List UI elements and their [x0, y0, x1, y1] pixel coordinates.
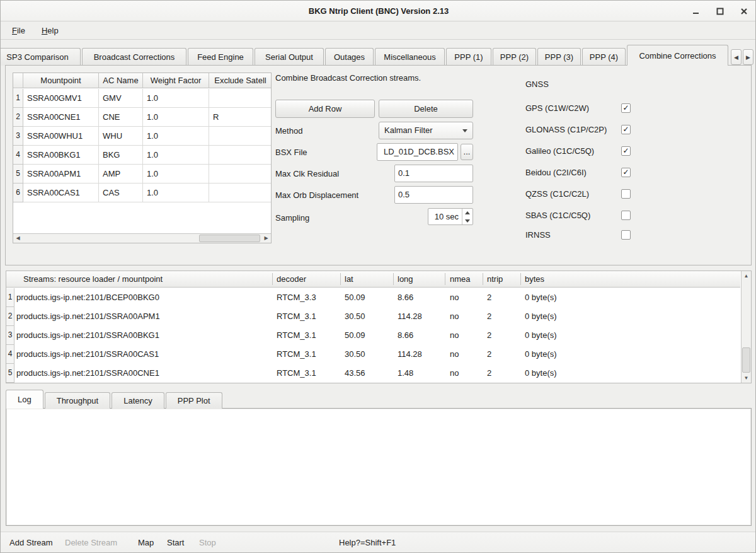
table-row[interactable]: 5SSRA00APM1AMP1.0 [13, 165, 271, 183]
col-header-lat[interactable]: lat [345, 271, 353, 287]
cell-long[interactable]: 8.66 [398, 288, 413, 306]
cell-mountpoint[interactable]: products.igs-ip.net:2101/SSRA00APM1 [16, 307, 160, 325]
cell[interactable]: CAS [99, 183, 143, 202]
cell-lat[interactable]: 43.56 [345, 364, 365, 382]
cell-decoder[interactable]: RTCM_3.1 [277, 364, 316, 382]
tab-scroll-left-icon[interactable]: ◀ [731, 49, 742, 65]
help-shortcut-button[interactable]: Help?=Shift+F1 [339, 532, 396, 553]
cell[interactable]: AMP [99, 165, 143, 183]
tab-combine-corrections[interactable]: Combine Corrections [627, 45, 728, 66]
cell-lat[interactable]: 30.50 [345, 307, 365, 325]
col-header-nmea[interactable]: nmea [450, 271, 471, 287]
cell-lat[interactable]: 50.09 [345, 326, 365, 344]
cell-nmea[interactable]: no [450, 288, 459, 306]
table-row[interactable]: 3SSRA00WHU1WHU1.0 [13, 127, 271, 146]
cell-decoder[interactable]: RTCM_3.1 [277, 326, 316, 344]
scroll-up-icon[interactable]: ▲ [742, 271, 751, 281]
col-header-decoder[interactable]: decoder [277, 271, 306, 287]
streams-vscrollbar[interactable]: ▲ ▼ [741, 271, 751, 383]
cell-bytes[interactable]: 0 byte(s) [525, 364, 557, 382]
stream-row[interactable]: 1products.igs-ip.net:2101/BCEP00BKG0RTCM… [6, 288, 740, 307]
cell[interactable]: R [209, 108, 272, 127]
cell-decoder[interactable]: RTCM_3.3 [277, 288, 316, 306]
cell-bytes[interactable]: 0 byte(s) [525, 307, 557, 325]
cell-bytes[interactable]: 0 byte(s) [525, 345, 557, 363]
tab-ppp-2-[interactable]: PPP (2) [493, 48, 536, 66]
col-header-weight-factor[interactable]: Weight Factor [143, 73, 209, 88]
stream-row[interactable]: 5products.igs-ip.net:2101/SSRA00CNE1RTCM… [6, 364, 740, 383]
cell-mountpoint[interactable]: products.igs-ip.net:2101/SSRA00CAS1 [16, 345, 159, 363]
table-row[interactable]: 1SSRA00GMV1GMV1.0 [13, 89, 271, 108]
add-row-button[interactable]: Add Row [275, 100, 375, 118]
cell[interactable]: SSRA00CAS1 [23, 183, 99, 202]
cell[interactable]: 1.0 [143, 183, 209, 202]
cell-ntrip[interactable]: 2 [487, 345, 491, 363]
cell-long[interactable]: 1.48 [398, 364, 413, 382]
tab-broadcast-corrections[interactable]: Broadcast Corrections [82, 48, 186, 66]
tab-feed-engine[interactable]: Feed Engine [188, 48, 253, 66]
cell[interactable]: SSRA00BKG1 [23, 146, 99, 165]
tab-throughput[interactable]: Throughput [45, 392, 111, 409]
cell[interactable]: BKG [99, 146, 143, 165]
cell-nmea[interactable]: no [450, 307, 459, 325]
cell[interactable] [209, 183, 272, 202]
tab-serial-output[interactable]: Serial Output [255, 48, 324, 66]
checkbox-beidou[interactable]: ✓ [621, 168, 631, 177]
cell-lat[interactable]: 50.09 [345, 288, 365, 306]
cell[interactable]: 1.0 [143, 127, 209, 146]
bsx-browse-button[interactable]: ... [461, 144, 473, 160]
col-header-ac-name[interactable]: AC Name [99, 73, 143, 88]
cell-ntrip[interactable]: 2 [487, 364, 491, 382]
cell-nmea[interactable]: no [450, 364, 459, 382]
cell[interactable]: SSRA00WHU1 [23, 127, 99, 146]
cell-ntrip[interactable]: 2 [487, 288, 491, 306]
col-header-long[interactable]: long [398, 271, 413, 287]
cell[interactable]: SSRA00GMV1 [23, 89, 99, 108]
tab-scroll-right-icon[interactable]: ▶ [743, 49, 753, 65]
max-orb-displacement-input[interactable]: 0.5 [394, 186, 473, 204]
max-clk-residual-input[interactable]: 0.1 [394, 165, 473, 182]
cell-long[interactable]: 114.28 [398, 345, 422, 363]
cell[interactable] [209, 89, 272, 108]
tab-ppp-3-[interactable]: PPP (3) [537, 48, 581, 66]
sampling-spinner[interactable]: 10 sec [428, 208, 473, 225]
cell-mountpoint[interactable]: products.igs-ip.net:2101/SSRA00BKG1 [16, 326, 159, 344]
tab-miscellaneous[interactable]: Miscellaneous [375, 48, 445, 66]
cell-mountpoint[interactable]: products.igs-ip.net:2101/BCEP00BKG0 [16, 288, 159, 306]
cell[interactable]: GMV [99, 89, 143, 108]
add-stream-button[interactable]: Add Stream [9, 532, 53, 553]
scroll-down-icon[interactable]: ▼ [742, 373, 751, 383]
spin-up-icon[interactable] [462, 209, 472, 216]
checkbox-sbas[interactable] [621, 211, 631, 220]
method-select[interactable]: Kalman Filter [379, 122, 473, 139]
checkbox-galileo[interactable]: ✓ [621, 146, 631, 156]
cell[interactable]: SSRA00CNE1 [23, 108, 99, 127]
delete-button[interactable]: Delete [379, 100, 473, 118]
cell-ntrip[interactable]: 2 [487, 326, 491, 344]
menu-item-file[interactable]: File [8, 24, 29, 37]
cell[interactable]: 1.0 [143, 89, 209, 108]
table-row[interactable]: 4SSRA00BKG1BKG1.0 [13, 146, 271, 165]
cell[interactable] [209, 165, 272, 183]
tab-sp3-comparison[interactable]: SP3 Comparison [0, 48, 81, 66]
cell-decoder[interactable]: RTCM_3.1 [277, 307, 316, 325]
cell[interactable]: WHU [99, 127, 143, 146]
cell[interactable]: CNE [99, 108, 143, 127]
stream-row[interactable]: 4products.igs-ip.net:2101/SSRA00CAS1RTCM… [6, 345, 740, 364]
vscroll-thumb[interactable] [742, 347, 750, 373]
stream-row[interactable]: 2products.igs-ip.net:2101/SSRA00APM1RTCM… [6, 307, 740, 326]
checkbox-irnss[interactable] [621, 230, 631, 240]
cell-decoder[interactable]: RTCM_3.1 [277, 345, 316, 363]
tab-ppp-1-[interactable]: PPP (1) [446, 48, 491, 66]
cell-lat[interactable]: 30.50 [345, 345, 365, 363]
checkbox-gps[interactable]: ✓ [621, 103, 631, 113]
cell[interactable]: SSRA00APM1 [23, 165, 99, 183]
cell[interactable]: 1.0 [143, 108, 209, 127]
checkbox-qzss[interactable] [621, 189, 631, 199]
menu-item-help[interactable]: Help [38, 24, 62, 37]
tab-outages[interactable]: Outages [325, 48, 374, 66]
weights-table-hscrollbar[interactable]: ◀ ▶ [13, 233, 271, 243]
cell-mountpoint[interactable]: products.igs-ip.net:2101/SSRA00CNE1 [16, 364, 159, 382]
map-button[interactable]: Map [138, 532, 154, 553]
tab-latency[interactable]: Latency [112, 392, 164, 409]
